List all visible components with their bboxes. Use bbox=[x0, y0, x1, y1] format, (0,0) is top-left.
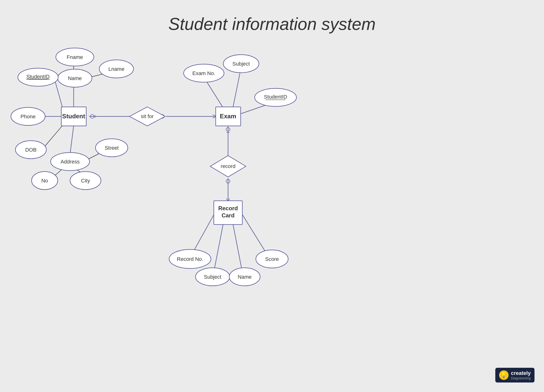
logo-subtitle: Diagramming bbox=[511, 376, 531, 380]
svg-point-72 bbox=[169, 249, 211, 268]
svg-rect-37 bbox=[214, 201, 242, 225]
svg-point-44 bbox=[56, 48, 94, 66]
svg-text:Fname: Fname bbox=[67, 54, 83, 60]
svg-line-31 bbox=[233, 223, 242, 272]
svg-text:City: City bbox=[81, 178, 90, 184]
svg-text:StudentID: StudentID bbox=[26, 74, 50, 80]
svg-line-26 bbox=[226, 198, 228, 202]
page-title: Student information system bbox=[0, 0, 544, 34]
svg-point-25 bbox=[226, 179, 230, 183]
svg-line-30 bbox=[214, 223, 223, 272]
svg-line-6 bbox=[70, 126, 74, 154]
svg-point-11 bbox=[90, 114, 94, 118]
svg-line-8 bbox=[76, 169, 86, 176]
svg-point-46 bbox=[58, 69, 92, 87]
svg-point-53 bbox=[11, 107, 45, 125]
svg-text:Subject: Subject bbox=[204, 274, 221, 280]
svg-text:Card: Card bbox=[222, 212, 235, 219]
svg-text:StudentID: StudentID bbox=[264, 94, 287, 100]
svg-text:Score: Score bbox=[265, 256, 279, 262]
svg-text:Street: Street bbox=[105, 145, 119, 151]
svg-point-74 bbox=[195, 268, 230, 286]
svg-point-67 bbox=[223, 55, 259, 73]
logo-bulb-icon: 💡 bbox=[499, 370, 509, 380]
svg-line-9 bbox=[52, 167, 64, 178]
svg-text:Record: Record bbox=[218, 205, 238, 211]
svg-rect-35 bbox=[216, 107, 241, 126]
svg-point-65 bbox=[184, 64, 224, 82]
svg-text:Name: Name bbox=[68, 75, 82, 81]
svg-point-14 bbox=[160, 114, 164, 118]
svg-line-29 bbox=[191, 213, 215, 255]
svg-line-7 bbox=[84, 151, 105, 161]
svg-line-18 bbox=[204, 78, 223, 108]
svg-text:sit for: sit for bbox=[141, 113, 154, 119]
svg-point-22 bbox=[226, 128, 230, 131]
svg-text:DOB: DOB bbox=[25, 147, 37, 153]
svg-text:Exam: Exam bbox=[220, 113, 236, 120]
svg-line-0 bbox=[55, 80, 63, 109]
svg-line-15 bbox=[213, 115, 217, 116]
svg-text:Record No.: Record No. bbox=[177, 256, 203, 262]
svg-rect-33 bbox=[61, 107, 86, 126]
svg-point-50 bbox=[18, 68, 58, 86]
svg-line-27 bbox=[228, 198, 230, 202]
svg-text:No: No bbox=[41, 178, 48, 184]
svg-text:Phone: Phone bbox=[20, 113, 36, 119]
svg-line-19 bbox=[233, 73, 240, 108]
svg-point-55 bbox=[15, 141, 46, 159]
svg-point-69 bbox=[255, 88, 296, 107]
svg-line-5 bbox=[44, 124, 64, 147]
svg-point-59 bbox=[95, 139, 128, 157]
svg-line-16 bbox=[213, 116, 217, 118]
svg-point-61 bbox=[70, 172, 101, 190]
svg-point-63 bbox=[32, 172, 58, 190]
svg-point-48 bbox=[99, 60, 134, 78]
svg-line-3 bbox=[85, 72, 109, 78]
logo: 💡 creately Diagramming bbox=[495, 368, 534, 382]
svg-point-76 bbox=[229, 268, 260, 286]
svg-text:Name: Name bbox=[238, 274, 252, 280]
svg-marker-40 bbox=[130, 107, 165, 126]
logo-name: creately bbox=[511, 370, 531, 376]
svg-text:Exam No.: Exam No. bbox=[192, 70, 215, 76]
svg-marker-42 bbox=[210, 156, 246, 177]
svg-text:Address: Address bbox=[61, 159, 80, 165]
svg-text:Student: Student bbox=[62, 113, 85, 120]
svg-point-57 bbox=[51, 153, 89, 171]
svg-text:Lname: Lname bbox=[108, 66, 124, 72]
svg-line-20 bbox=[240, 102, 274, 114]
svg-point-78 bbox=[256, 250, 288, 268]
svg-text:Subject: Subject bbox=[232, 61, 250, 67]
svg-text:record: record bbox=[221, 163, 235, 169]
svg-line-32 bbox=[241, 213, 268, 257]
